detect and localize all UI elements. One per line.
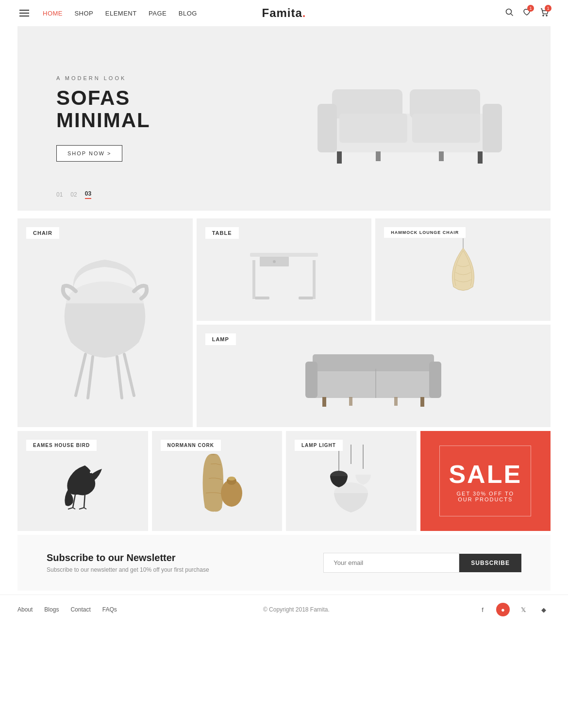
svg-point-22 xyxy=(273,260,276,263)
product-card-table[interactable]: TABLE xyxy=(197,218,372,321)
indicator-1[interactable]: 01 xyxy=(56,191,63,198)
sale-title: SALE xyxy=(449,460,522,489)
svg-line-42 xyxy=(84,508,86,509)
hammock-image xyxy=(385,232,541,307)
social-icons: f ● 𝕏 ◆ xyxy=(476,603,551,616)
lamp-light-tag: LAMP LIGHT xyxy=(295,440,343,451)
search-icon[interactable] xyxy=(505,8,514,18)
nav-home[interactable]: HOME xyxy=(43,10,63,17)
svg-rect-12 xyxy=(478,151,483,164)
newsletter-text: Subscribe to our Newsletter Subscribe to… xyxy=(47,552,209,573)
newsletter-form: SUBSCRIBE xyxy=(323,553,521,573)
newsletter-section: Subscribe to our Newsletter Subscribe to… xyxy=(17,535,551,591)
svg-rect-25 xyxy=(255,297,269,299)
svg-line-41 xyxy=(79,508,84,509)
nav-element[interactable]: ELEMENT xyxy=(105,10,137,17)
newsletter-subtitle: Subscribe to our newsletter and get 10% … xyxy=(47,566,209,573)
svg-line-16 xyxy=(76,354,85,396)
svg-point-2 xyxy=(543,15,544,16)
nav-page[interactable]: PAGE xyxy=(149,10,167,17)
lamp-sofa-image xyxy=(206,338,541,414)
indicator-2[interactable]: 02 xyxy=(70,191,77,198)
eames-tag: EAMES HOUSE BIRD xyxy=(26,440,97,451)
footer: About Blogs Contact FAQs © Copyright 201… xyxy=(0,595,568,624)
hamburger-menu[interactable] xyxy=(19,10,29,17)
twitter-icon[interactable]: 𝕏 xyxy=(517,603,530,616)
svg-rect-9 xyxy=(339,114,407,143)
lamp-tag: LAMP xyxy=(205,333,236,345)
svg-rect-8 xyxy=(483,104,502,152)
svg-point-46 xyxy=(228,477,235,480)
svg-rect-14 xyxy=(439,151,444,161)
nav-shop[interactable]: SHOP xyxy=(74,10,93,17)
indicator-3[interactable]: 03 xyxy=(85,190,91,199)
normann-image xyxy=(160,445,275,517)
product-card-eames[interactable]: EAMES HOUSE BIRD xyxy=(17,431,148,531)
svg-line-1 xyxy=(511,14,513,16)
eames-image xyxy=(25,445,140,517)
product-card-lamp-sofa[interactable]: LAMP xyxy=(197,325,551,427)
svg-rect-29 xyxy=(313,354,434,371)
hero-text: A MODERN LOOK SOFAS MINIMAL SHOP NOW > xyxy=(56,75,192,162)
svg-line-19 xyxy=(117,357,122,398)
svg-line-18 xyxy=(88,357,93,398)
hero-section: A MODERN LOOK SOFAS MINIMAL SHOP NOW > xyxy=(17,26,551,211)
svg-rect-33 xyxy=(322,397,326,407)
wishlist-icon[interactable]: 1 xyxy=(522,8,531,18)
main-nav: HOME SHOP ELEMENT PAGE BLOG xyxy=(43,9,197,17)
subscribe-button[interactable]: SUBSCRIBE xyxy=(459,554,521,572)
normann-tag: NORMANN CORK xyxy=(161,440,221,451)
hero-indicators: 01 02 03 xyxy=(56,190,91,199)
wishlist-badge: 1 xyxy=(527,5,534,12)
hero-subtitle: A MODERN LOOK xyxy=(56,75,192,81)
header: HOME SHOP ELEMENT PAGE BLOG Famita. 1 xyxy=(0,0,568,26)
svg-line-17 xyxy=(124,354,134,396)
product-grid: CHAIR TABLE xyxy=(0,215,568,431)
sale-border: SALE GET 30% OFF TO OUR PRODUCTS xyxy=(439,446,531,516)
svg-point-3 xyxy=(546,15,547,16)
shop-now-button[interactable]: SHOP NOW > xyxy=(56,145,122,162)
svg-rect-28 xyxy=(310,369,436,398)
svg-rect-35 xyxy=(349,397,352,406)
footer-link-faqs[interactable]: FAQs xyxy=(102,606,117,613)
newsletter-title: Subscribe to our Newsletter xyxy=(47,552,209,563)
chair-image xyxy=(27,232,183,414)
footer-link-contact[interactable]: Contact xyxy=(70,606,90,613)
cart-icon[interactable]: 1 xyxy=(540,8,549,18)
svg-rect-11 xyxy=(337,151,342,164)
svg-line-37 xyxy=(73,495,75,508)
svg-rect-30 xyxy=(305,362,317,398)
nav-blog[interactable]: BLOG xyxy=(179,10,197,17)
facebook-icon[interactable]: f xyxy=(476,603,489,616)
hero-image xyxy=(192,65,512,172)
bottom-grid: EAMES HOUSE BIRD NORMANN CORK xyxy=(0,431,568,535)
svg-rect-34 xyxy=(420,397,424,407)
svg-rect-13 xyxy=(376,151,381,161)
footer-link-about[interactable]: About xyxy=(17,606,33,613)
sale-card[interactable]: SALE GET 30% OFF TO OUR PRODUCTS xyxy=(420,431,551,531)
svg-rect-7 xyxy=(317,104,337,152)
nav-icons: 1 1 xyxy=(505,8,549,18)
svg-rect-26 xyxy=(299,297,313,299)
email-input[interactable] xyxy=(323,553,459,573)
site-logo: Famita. xyxy=(262,6,306,20)
svg-rect-36 xyxy=(394,397,398,406)
footer-links: About Blogs Contact FAQs xyxy=(17,606,117,613)
product-card-lamp-light[interactable]: LAMP LIGHT xyxy=(286,431,417,531)
svg-rect-31 xyxy=(429,362,441,398)
svg-rect-10 xyxy=(412,114,480,143)
svg-line-40 xyxy=(73,508,75,509)
product-card-normann[interactable]: NORMANN CORK xyxy=(152,431,283,531)
footer-link-blogs[interactable]: Blogs xyxy=(44,606,59,613)
nav-left: HOME SHOP ELEMENT PAGE BLOG xyxy=(19,9,197,17)
svg-rect-23 xyxy=(252,260,255,299)
footer-copyright: © Copyright 2018 Famita. xyxy=(263,606,330,613)
instagram-icon[interactable]: ● xyxy=(496,603,510,616)
hammock-tag: HAMMOCK LOUNGE CHAIR xyxy=(384,227,466,238)
product-card-hammock[interactable]: HAMMOCK LOUNGE CHAIR xyxy=(375,218,551,321)
pinterest-icon[interactable]: ◆ xyxy=(537,603,551,616)
product-card-chair[interactable]: CHAIR xyxy=(17,218,193,427)
table-image xyxy=(206,232,362,307)
sale-subtitle: GET 30% OFF TO OUR PRODUCTS xyxy=(455,491,515,502)
hero-title: SOFAS MINIMAL xyxy=(56,87,192,132)
